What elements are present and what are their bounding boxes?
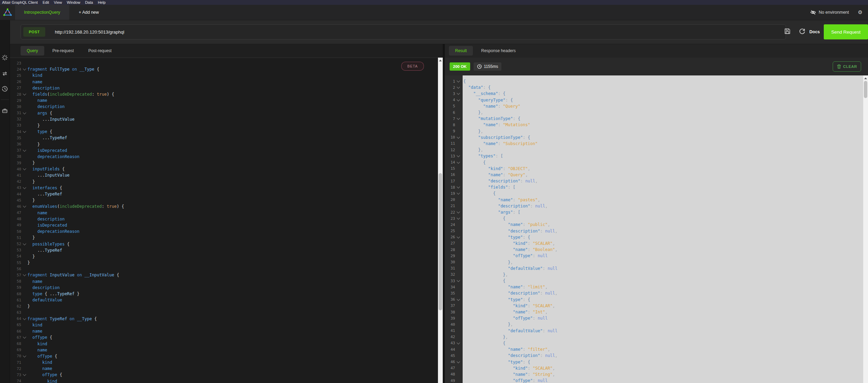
code-line: 1{: [445, 78, 863, 84]
menu-item-view[interactable]: View: [51, 0, 64, 4]
variables-spinner-icon[interactable]: [2, 55, 8, 61]
line-number: 64: [10, 316, 21, 321]
code-text: ofType {: [27, 335, 52, 340]
tab-response-headers[interactable]: Response headers: [475, 46, 522, 56]
fold-toggle[interactable]: [455, 299, 461, 300]
line-number: 33: [445, 279, 455, 283]
refresh-icon[interactable]: [798, 27, 806, 35]
result-scrollbar[interactable]: [863, 75, 868, 383]
fold-toggle[interactable]: [455, 118, 461, 119]
tab-introspection-query[interactable]: IntrospectionQuery: [15, 5, 69, 20]
fold-toggle[interactable]: [455, 187, 461, 188]
scrollbar-thumb[interactable]: [439, 173, 442, 310]
code-line: 32 ...InputValue: [10, 116, 438, 122]
line-number: 32: [10, 117, 21, 121]
code-text: },: [461, 129, 483, 134]
code-text: "name": "Boolean",: [461, 247, 558, 252]
collections-briefcase-icon[interactable]: [2, 108, 8, 114]
code-line: 14 {: [445, 159, 863, 165]
fold-toggle[interactable]: [21, 112, 27, 114]
environment-selector[interactable]: No environment: [810, 5, 849, 20]
code-line: 40 },: [445, 321, 863, 327]
line-number: 65: [10, 323, 21, 327]
fold-toggle[interactable]: [455, 99, 461, 101]
settings-gear-icon[interactable]: ⚙: [858, 5, 863, 20]
code-text: kind: [27, 73, 42, 78]
tab-pre-request[interactable]: Pre-request: [46, 46, 80, 56]
line-number: 6: [445, 110, 455, 115]
fold-toggle[interactable]: [21, 94, 27, 95]
line-number: 46: [445, 360, 455, 364]
code-text: "args": [: [461, 210, 520, 215]
menu-item-app[interactable]: Altair GraphQL Client: [0, 0, 40, 4]
fold-toggle[interactable]: [455, 212, 461, 213]
fold-toggle[interactable]: [21, 318, 27, 320]
fold-toggle[interactable]: [455, 343, 461, 344]
send-request-button[interactable]: Send Request: [824, 24, 868, 39]
fold-toggle[interactable]: [21, 69, 27, 70]
fold-toggle[interactable]: [455, 193, 461, 194]
url-bar[interactable]: POST http://192.168.20.120:5013/graphql: [21, 24, 786, 39]
line-number: 14: [445, 160, 455, 165]
docs-button[interactable]: Docs: [809, 20, 820, 44]
fold-toggle[interactable]: [21, 356, 27, 357]
code-line: 69 name: [10, 347, 438, 353]
fold-toggle[interactable]: [455, 93, 461, 94]
refetch-swap-icon[interactable]: [2, 71, 8, 77]
fold-toggle[interactable]: [455, 361, 461, 363]
fold-toggle[interactable]: [21, 131, 27, 132]
fold-toggle[interactable]: [21, 374, 27, 375]
fold-toggle[interactable]: [455, 237, 461, 238]
save-icon[interactable]: [784, 27, 791, 35]
code-text: inputFields {: [27, 167, 64, 171]
fold-toggle[interactable]: [21, 243, 27, 245]
add-new-tab-button[interactable]: + Add new: [69, 5, 109, 20]
line-number: 19: [445, 191, 455, 196]
code-line: 46 "type": {: [445, 359, 863, 365]
code-text: "fields": [: [461, 185, 515, 190]
fold-toggle[interactable]: [455, 280, 461, 282]
clear-button[interactable]: CLEAR: [833, 61, 861, 72]
menu-item-help[interactable]: Help: [95, 0, 108, 4]
fold-toggle[interactable]: [455, 162, 461, 163]
tab-query[interactable]: Query: [21, 46, 44, 56]
scrollbar-thumb[interactable]: [864, 81, 867, 98]
line-number: 22: [445, 210, 455, 215]
code-line: 42 },: [445, 334, 863, 340]
fold-toggle[interactable]: [21, 187, 27, 189]
menu-item-edit[interactable]: Edit: [40, 0, 51, 4]
fold-toggle[interactable]: [21, 168, 27, 170]
line-number: 63: [10, 310, 21, 315]
line-number: 11: [445, 141, 455, 146]
code-text: "description": null,: [461, 229, 558, 234]
query-editor-scrollbar[interactable]: [438, 58, 443, 383]
scroll-up-arrow[interactable]: [438, 58, 443, 62]
fold-toggle[interactable]: [455, 87, 461, 88]
fold-toggle[interactable]: [21, 206, 27, 207]
fold-toggle[interactable]: [21, 150, 27, 151]
fold-toggle[interactable]: [455, 81, 461, 82]
url-input[interactable]: http://192.168.20.120:5013/graphql: [55, 29, 124, 35]
history-icon[interactable]: [2, 86, 8, 92]
fold-toggle[interactable]: [455, 137, 461, 138]
fold-toggle[interactable]: [455, 155, 461, 157]
code-line: 71 kind: [10, 359, 438, 366]
scroll-up-arrow[interactable]: [863, 76, 868, 80]
fold-toggle[interactable]: [455, 218, 461, 219]
tab-post-request[interactable]: Post-request: [82, 46, 118, 56]
query-editor[interactable]: 2324fragment FullType on __Type {25 kind…: [10, 58, 438, 383]
http-method-selector[interactable]: POST: [23, 27, 45, 37]
menu-item-window[interactable]: Window: [64, 0, 83, 4]
code-text: "description": null,: [461, 179, 538, 183]
fold-toggle[interactable]: [21, 337, 27, 338]
menu-item-data[interactable]: Data: [83, 0, 95, 4]
code-line: 53 ...TypeRef: [10, 247, 438, 253]
code-line: 57fragment InputValue on __InputValue {: [10, 272, 438, 278]
pane-divider[interactable]: [443, 44, 445, 383]
tab-result[interactable]: Result: [449, 46, 473, 56]
line-number: 37: [445, 303, 455, 308]
code-line: 37 "kind": "SCALAR",: [445, 303, 863, 309]
line-number: 26: [445, 235, 455, 239]
code-line: 31 args {: [10, 110, 438, 116]
fold-toggle[interactable]: [21, 274, 27, 276]
